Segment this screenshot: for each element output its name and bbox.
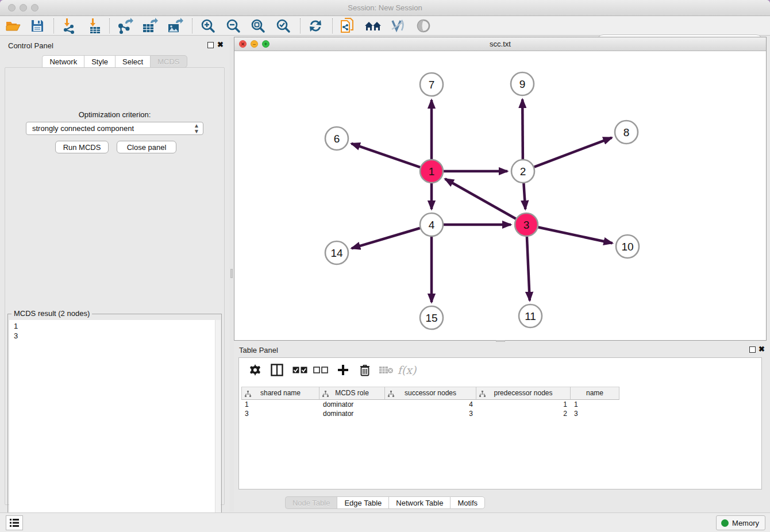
table-close-icon[interactable]: ✖	[759, 345, 765, 353]
node-6[interactable]: 6	[325, 127, 348, 150]
table-toolbar: f(x)	[239, 358, 761, 382]
clone-network-button[interactable]	[338, 17, 357, 34]
deselect-all-button[interactable]	[311, 361, 330, 379]
select-all-button[interactable]	[291, 361, 309, 379]
clone-network-icon	[340, 17, 356, 34]
column-header-successor-nodes[interactable]: successor nodes	[385, 387, 476, 400]
node-3[interactable]: 3	[515, 213, 538, 236]
node-15[interactable]: 15	[420, 306, 443, 329]
open-session-button[interactable]	[3, 17, 23, 34]
tab-motifs[interactable]: Motifs	[450, 496, 485, 509]
network-canvas-svg: 1234678910111415	[234, 51, 766, 340]
edge-2-9[interactable]	[522, 99, 523, 159]
zoom-in-button[interactable]	[198, 17, 218, 34]
window-resize-grip[interactable]	[496, 340, 505, 342]
edge-3-1[interactable]	[445, 179, 516, 218]
zoom-out-button[interactable]	[224, 17, 243, 34]
column-header-shared-name[interactable]: shared name	[241, 387, 319, 400]
refresh-icon	[308, 18, 323, 33]
hierarchy-icon	[245, 391, 251, 397]
edge-2-8[interactable]	[534, 138, 612, 167]
table-panel: Table Panel ✖	[234, 342, 767, 510]
node-1[interactable]: 1	[420, 160, 443, 183]
add-column-button[interactable]	[334, 361, 352, 379]
hide-selected-icon	[390, 19, 406, 33]
table-cell: 3	[241, 409, 319, 418]
save-session-button[interactable]	[28, 17, 47, 34]
chevron-updown-icon: ▲▼	[194, 123, 199, 134]
delete-table-button[interactable]	[377, 361, 395, 379]
optimization-criterion-label: Optimization criterion:	[5, 110, 224, 119]
network-canvas[interactable]: 1234678910111415	[234, 51, 766, 340]
criterion-value: strongly connected component	[32, 124, 134, 133]
table-settings-button[interactable]	[246, 361, 264, 379]
function-builder-button[interactable]: f(x)	[398, 361, 416, 379]
table-cell: 3	[385, 409, 476, 418]
status-bar: Memory	[0, 512, 770, 532]
fx-icon: f(x)	[398, 364, 417, 376]
delete-column-button[interactable]	[356, 361, 374, 379]
zoom-selected-button[interactable]	[274, 17, 293, 34]
node-14[interactable]: 14	[325, 241, 348, 264]
memory-button[interactable]: Memory	[716, 515, 765, 530]
column-header-name[interactable]: name	[571, 387, 619, 400]
tab-select[interactable]: Select	[115, 55, 150, 68]
edge-3-11[interactable]	[527, 237, 530, 300]
edge-1-6[interactable]	[352, 144, 421, 167]
splitter-grip[interactable]	[230, 269, 233, 278]
node-9[interactable]: 9	[511, 72, 534, 95]
task-history-button[interactable]	[6, 515, 23, 530]
node-10[interactable]: 10	[616, 235, 639, 258]
edge-2-3[interactable]	[523, 183, 525, 209]
tab-network-table[interactable]: Network Table	[388, 496, 450, 509]
mcds-result-title: MCDS result (2 nodes)	[11, 309, 92, 318]
column-view-button[interactable]	[268, 361, 286, 379]
zoom-fit-button[interactable]	[248, 17, 268, 34]
table-cell: dominator	[319, 400, 385, 409]
tab-mcds[interactable]: MCDS	[150, 55, 187, 68]
panel-splitter[interactable]	[229, 37, 234, 511]
export-network-icon	[116, 18, 133, 34]
tab-edge-table[interactable]: Edge Table	[337, 496, 388, 509]
edge-3-10[interactable]	[538, 227, 613, 243]
window-title: Session: New Session	[0, 3, 770, 12]
show-all-icon	[416, 18, 431, 33]
unchecked-boxes-icon	[313, 367, 328, 374]
table-cell: 1	[571, 400, 619, 409]
node-2[interactable]: 2	[511, 160, 534, 183]
hierarchy-icon	[479, 391, 486, 397]
node-4[interactable]: 4	[420, 213, 443, 236]
export-table-button[interactable]	[140, 17, 160, 34]
import-table-button[interactable]	[85, 17, 105, 34]
float-panel-icon[interactable]	[207, 42, 214, 48]
node-11[interactable]: 11	[519, 304, 542, 327]
export-network-button[interactable]	[115, 17, 134, 34]
tab-network[interactable]: Network	[42, 55, 84, 68]
export-image-button[interactable]	[165, 17, 185, 34]
svg-text:14: 14	[330, 247, 343, 259]
tab-node-table[interactable]: Node Table	[285, 496, 337, 509]
tab-style[interactable]: Style	[84, 55, 115, 68]
hide-selected-button[interactable]	[388, 17, 407, 34]
column-header-MCDS-role[interactable]: MCDS role	[319, 387, 385, 400]
criterion-dropdown[interactable]: strongly connected component ▲▼	[26, 122, 203, 135]
svg-text:15: 15	[425, 312, 437, 324]
table-row[interactable]: 3dominator323	[241, 409, 619, 418]
zoom-selected-icon	[276, 18, 291, 33]
refresh-button[interactable]	[306, 17, 325, 34]
edge-4-14[interactable]	[352, 228, 420, 248]
show-all-button[interactable]	[414, 17, 433, 34]
column-header-predecessor-nodes[interactable]: predecessor nodes	[476, 387, 571, 400]
toolbar-separator	[192, 18, 192, 33]
node-8[interactable]: 8	[615, 121, 638, 144]
first-neighbors-button[interactable]	[363, 17, 383, 34]
import-network-button[interactable]	[59, 17, 79, 34]
table-float-icon[interactable]	[749, 346, 756, 353]
close-panel-button[interactable]: Close panel	[117, 141, 176, 153]
run-mcds-button[interactable]: Run MCDS	[55, 141, 109, 153]
mcds-result-lines: 1 3	[14, 321, 18, 341]
table-row[interactable]: 1dominator411	[241, 400, 619, 409]
node-7[interactable]: 7	[420, 73, 443, 96]
close-panel-icon[interactable]: ✖	[217, 40, 224, 49]
table-cell: 3	[571, 409, 619, 418]
